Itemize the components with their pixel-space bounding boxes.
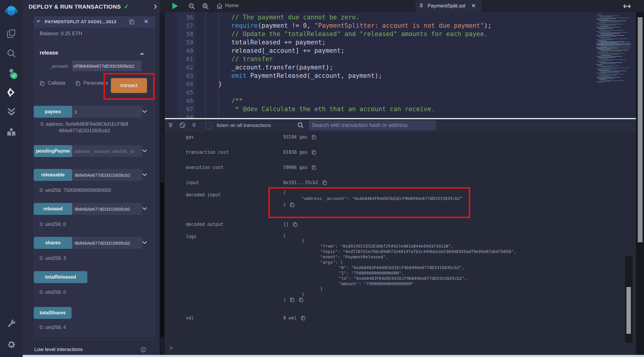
editor-minimap[interactable]: [596, 14, 631, 83]
copy-icon[interactable]: [312, 165, 316, 170]
zoom-in-icon[interactable]: [202, 2, 209, 10]
function-result: 0: uint256: 0: [40, 221, 133, 228]
tab-home[interactable]: Home: [225, 3, 239, 9]
code-text: _account.transfer(payment);: [231, 63, 333, 72]
clear-console-icon[interactable]: [179, 122, 186, 128]
decoded-input-line: {: [283, 190, 286, 195]
account-param-label: _account:: [34, 63, 69, 69]
line-number: 65: [165, 88, 193, 97]
copy-icon[interactable]: [322, 180, 327, 185]
function-row: releasable0: uint256: 750000000000000000: [34, 169, 160, 181]
parameters-label[interactable]: Parameters: [83, 80, 108, 86]
function-button-totalShares[interactable]: totalShares: [34, 307, 72, 319]
minimap-viewport[interactable]: [596, 41, 631, 49]
panel-scrollbar-thumb[interactable]: [160, 183, 164, 337]
copy-icon[interactable]: [299, 297, 304, 302]
logs-label: logs: [186, 234, 196, 239]
function-param-input[interactable]: [72, 106, 142, 118]
copy-icon[interactable]: [312, 135, 316, 139]
chevron-down-icon[interactable]: [36, 20, 41, 23]
minimap-bar: [599, 21, 626, 21]
copy-icon[interactable]: [301, 316, 306, 320]
chevron-up-icon[interactable]: [140, 52, 145, 55]
contract-balance: Balance: 0.25 ETH: [40, 31, 82, 37]
solidity-compiler-icon[interactable]: ✓: [6, 68, 17, 78]
swap-panel-arrows-icon[interactable]: [623, 2, 631, 11]
function-button-pendingPayme[interactable]: pendingPayme: [34, 145, 72, 157]
copy-icon[interactable]: [129, 19, 134, 24]
tab-paymentsplit-sol[interactable]: S PaymentSplit.sol ✕: [415, 0, 482, 12]
home-icon[interactable]: [216, 3, 223, 10]
minimap-bar: [599, 62, 623, 63]
minimap-current-line: [596, 44, 631, 45]
listen-checkbox[interactable]: [206, 122, 212, 129]
chevron-down-icon[interactable]: [142, 173, 147, 176]
transact-button[interactable]: transact: [111, 78, 147, 93]
minimap-bar: [598, 28, 613, 29]
minimap-bar: [601, 38, 627, 39]
search-icon[interactable]: [6, 48, 16, 58]
zoom-out-icon[interactable]: [188, 2, 196, 10]
learneth-icon[interactable]: [6, 127, 17, 138]
terminal-output[interactable]: gas93194 gastransaction cost81038 gasexe…: [165, 132, 624, 357]
expand-terminal-chevrons-icon[interactable]: [167, 122, 174, 128]
function-button-shares[interactable]: shares: [34, 237, 72, 249]
solidity-file-icon: S: [419, 3, 423, 9]
function-param-input[interactable]: [72, 237, 142, 249]
chevron-down-icon[interactable]: [142, 241, 147, 244]
function-button-released[interactable]: released: [34, 203, 72, 215]
close-tab-icon[interactable]: ✕: [471, 3, 476, 9]
line-number: 59: [165, 38, 193, 46]
terminal-row-value: 59606 gas: [283, 165, 316, 170]
copy-icon[interactable]: [75, 81, 80, 86]
terminal-row-transaction-cost: transaction cost81038 gas: [165, 150, 624, 156]
function-param-input[interactable]: [72, 169, 142, 181]
run-script-play-icon[interactable]: [172, 3, 178, 9]
copy-icon[interactable]: [312, 150, 316, 155]
unit-testing-icon[interactable]: [6, 107, 16, 117]
tools-icon[interactable]: [7, 319, 16, 328]
editor-code-lines[interactable]: 56// The payment due cannot be zero.57re…: [165, 12, 596, 118]
decoded-output-label: decoded output: [186, 222, 223, 227]
code-text: released[_account] += payment;: [231, 46, 344, 55]
line-number: 60: [165, 46, 193, 55]
terminal-prompt[interactable]: >: [169, 344, 173, 351]
deploy-run-icon[interactable]: [6, 87, 17, 98]
copy-icon[interactable]: [293, 222, 298, 227]
account-param-input[interactable]: [72, 60, 142, 71]
terminal-search-input[interactable]: [309, 120, 436, 130]
settings-gear-icon[interactable]: [7, 340, 16, 349]
listen-label[interactable]: listen on all transactions: [217, 122, 271, 128]
minimap-bar: [601, 80, 624, 81]
copy-icon[interactable]: [290, 297, 295, 302]
function-button-payees[interactable]: payees: [34, 106, 72, 118]
minimap-bar: [598, 61, 605, 62]
terminal-scrollbar-thumb[interactable]: [626, 287, 631, 334]
copy-icon[interactable]: [40, 81, 45, 86]
info-icon[interactable]: [140, 347, 146, 353]
minimap-bar: [598, 66, 620, 66]
remix-ide-window: ✓ DEPLOY & RUN TRANSACTIONS✓: [0, 0, 644, 357]
copy-icon[interactable]: [290, 202, 295, 207]
minimap-bar: [598, 78, 614, 79]
panel-expand-chevron-icon[interactable]: [153, 4, 158, 9]
close-icon[interactable]: ✕: [144, 18, 148, 25]
function-button-totalReleased[interactable]: totalReleased: [34, 271, 87, 283]
function-button-releasable[interactable]: releasable: [34, 169, 72, 181]
chevron-down-icon[interactable]: [142, 207, 147, 210]
minimap-bar: [596, 73, 606, 73]
file-explorer-icon[interactable]: [6, 29, 16, 39]
window-scrollbar-thumb[interactable]: [638, 17, 643, 242]
code-line: 65: [165, 88, 596, 97]
function-param-input[interactable]: [72, 145, 142, 157]
function-param-input[interactable]: [72, 203, 142, 215]
code-text: // Update the "totalReleased" and "relea…: [231, 30, 488, 38]
logs-line: ]: [283, 297, 304, 302]
contract-header[interactable]: PAYMENTSPLIT AT 0XD91...3913 ✕: [34, 16, 155, 27]
release-function-label: release: [40, 50, 58, 56]
chevron-down-icon[interactable]: [142, 149, 147, 153]
function-row: totalReleased0: uint256: 0: [34, 271, 160, 283]
chevron-down-icon[interactable]: [142, 110, 147, 113]
code-text: }: [218, 80, 222, 88]
calldata-label[interactable]: Calldata: [48, 80, 65, 86]
